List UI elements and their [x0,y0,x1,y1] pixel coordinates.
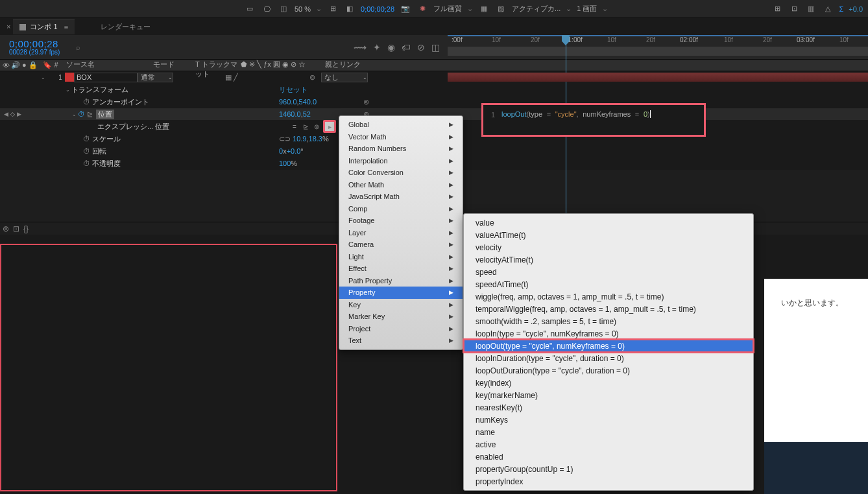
menu-item-property[interactable]: Property▶ [339,287,463,299]
3d-icon-a[interactable]: ⊞ [771,3,783,15]
ge-icon-c[interactable]: {} [23,224,29,233]
submenu-item[interactable]: velocity [464,241,753,253]
exposure-value[interactable]: +0.0 [849,5,863,13]
submenu-item[interactable]: propertyIndex [464,475,753,488]
menu-item-effect[interactable]: Effect▶ [339,263,463,275]
grid-icon-a[interactable]: ▦ [478,3,490,15]
menu-item-light[interactable]: Light▶ [339,251,463,263]
3d-icon-d[interactable]: △ [822,3,834,15]
submenu-item[interactable]: speedAtTime(t) [464,278,753,290]
submenu-item[interactable]: wiggle(freq, amp, octaves = 1, amp_mult … [464,290,753,303]
submenu-item[interactable]: enabled [464,451,753,463]
menu-item-random-numbers[interactable]: Random Numbers▶ [339,143,463,155]
submenu-item[interactable]: loopIn(type = "cycle", numKeyframes = 0) [464,327,753,340]
link-icon[interactable]: ⊚ [363,98,375,106]
display-icon[interactable]: 🖵 [261,3,272,15]
menu-item-other-math[interactable]: Other Math▶ [339,179,463,191]
stopwatch-icon[interactable]: ⏱ [83,159,92,167]
transform-disclosure[interactable]: ⌄ [64,87,71,93]
reset-button[interactable]: リセット [279,86,307,93]
expression-editor[interactable]: 1 loopOut(type = "cycle", numKeyframes =… [481,103,706,137]
timeline-ruler[interactable]: :00f 10f 20f 01:00f 10f 20f 02:00f 10f 2… [448,35,868,59]
menu-item-project[interactable]: Project▶ [339,323,463,335]
camera-dropdown[interactable]: アクティブカ... [512,4,561,14]
expression-code[interactable]: loopOut(type = "cycle", numKeyframes = 0… [501,110,651,119]
submenu-item[interactable]: name [464,426,753,438]
submenu-item[interactable]: loopInDuration(type = "cycle", duration … [464,352,753,364]
submenu-item[interactable]: numKeys [464,414,753,426]
submenu-item[interactable]: active [464,438,753,451]
sigma-icon[interactable]: Σ [839,5,843,13]
timecode-display-top[interactable]: 0;00;00;28 [361,5,394,13]
stopwatch-icon[interactable]: ⏱ [83,135,92,143]
submenu-item[interactable]: valueAtTime(t) [464,229,753,241]
expression-function-menu[interactable]: valuevalueAtTime(t)velocityvelocityAtTim… [463,213,754,491]
tl-icon-c[interactable]: ◉ [387,42,395,53]
prev-keyframe[interactable]: ◀ [4,111,10,117]
tab-menu-icon[interactable]: ≡ [64,23,68,31]
menu-item-vector-math[interactable]: Vector Math▶ [339,131,463,143]
tl-icon-e[interactable]: ⊘ [417,42,425,53]
submenu-item[interactable]: key(index) [464,377,753,389]
submenu-item[interactable]: loopOut(type = "cycle", numKeyframes = 0… [464,340,753,352]
submenu-item[interactable]: velocityAtTime(t) [464,253,753,266]
expr-graph-icon[interactable]: ⊵ [301,122,310,131]
snap-icon[interactable]: ⊞ [327,3,339,15]
layer-row-1[interactable]: ⌄ 1 BOX 通常⌄ ▦ ╱ ⊚ なし⌄ [0,71,868,84]
tl-icon-b[interactable]: ✦ [373,42,381,53]
position-label[interactable]: 位置 [96,110,114,119]
submenu-item[interactable]: value [464,217,753,229]
expr-equals-icon[interactable]: = [290,122,299,131]
mask-icon[interactable]: ◫ [278,3,289,15]
anchor-value[interactable]: 960.0,540.0 [279,98,363,106]
col-trackmatte[interactable]: T トラックマット [195,60,241,71]
ge-icon-b[interactable]: ⊡ [13,224,19,233]
tl-icon-f[interactable]: ◫ [431,42,440,53]
menu-item-footage[interactable]: Footage▶ [339,215,463,227]
zoom-value[interactable]: 50 % [295,5,311,13]
expression-category-menu[interactable]: Global▶Vector Math▶Random Numbers▶Interp… [339,115,463,350]
col-parent[interactable]: 親とリンク [325,60,409,71]
expr-pickwhip-icon[interactable]: ⊚ [312,122,321,131]
timecode-display[interactable]: 0;00;00;28 00028 (29.97 fps) [0,37,69,57]
layer-name[interactable]: BOX [74,73,138,82]
tab-comp1[interactable]: コンポ 1 ≡ [13,19,75,34]
layer-color-swatch[interactable] [65,73,74,82]
ge-icon-a[interactable]: ⊚ [3,224,9,233]
stopwatch-icon[interactable]: ⏱ [78,110,87,118]
grid-icon-b[interactable]: ▨ [495,3,507,15]
tab-close[interactable]: × [6,23,10,30]
stopwatch-icon[interactable]: ⏱ [83,98,92,106]
menu-item-color-conversion[interactable]: Color Conversion▶ [339,167,463,179]
tab-render-queue[interactable]: レンダーキュー [101,22,151,32]
menu-item-path-property[interactable]: Path Property▶ [339,275,463,287]
position-disclosure[interactable]: ⌄ [70,112,78,117]
submenu-item[interactable]: temporalWiggle(freq, amp, octaves = 1, a… [464,303,753,315]
3d-icon-b[interactable]: ⊡ [788,3,800,15]
add-keyframe[interactable]: ◇ [10,111,17,117]
color-icon[interactable]: ✺ [416,3,428,15]
search-input[interactable] [74,41,191,53]
menu-item-camera[interactable]: Camera▶ [339,239,463,251]
view-layout-dropdown[interactable]: 1 画面 [577,4,597,14]
submenu-item[interactable]: propertyGroup(countUp = 1) [464,463,753,475]
menu-item-global[interactable]: Global▶ [339,119,463,131]
next-keyframe[interactable]: ▶ [17,111,23,117]
stopwatch-icon[interactable]: ⏱ [83,147,92,155]
tl-icon-d[interactable]: 🏷 [402,42,411,53]
camera-icon[interactable]: 📷 [400,3,411,15]
bounds-icon[interactable]: ◧ [344,3,356,15]
parent-dropdown[interactable]: なし⌄ [321,73,368,82]
3d-icon-c[interactable]: ▥ [805,3,817,15]
submenu-item[interactable]: nearestKey(t) [464,401,753,414]
menu-item-layer[interactable]: Layer▶ [339,227,463,239]
menu-item-marker-key[interactable]: Marker Key▶ [339,311,463,323]
col-source[interactable]: ソース名 [62,60,153,71]
blend-mode-dropdown[interactable]: 通常⌄ [138,73,173,82]
submenu-item[interactable]: speed [464,266,753,278]
submenu-item[interactable]: smooth(width = .2, samples = 5, t = time… [464,315,753,327]
menu-item-key[interactable]: Key▶ [339,299,463,311]
expression-menu-button[interactable]: ▸ [323,120,336,133]
menu-item-text[interactable]: Text▶ [339,335,463,347]
submenu-item[interactable]: key(markerName) [464,389,753,401]
